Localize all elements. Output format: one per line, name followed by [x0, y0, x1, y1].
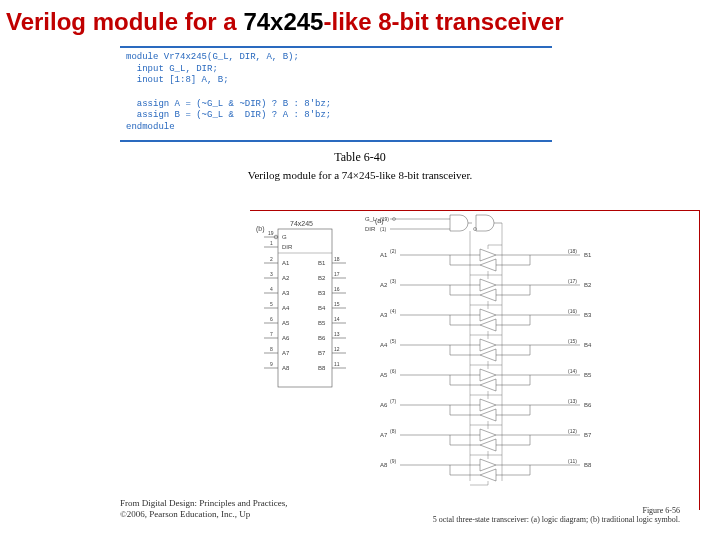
net-label: B3	[584, 312, 592, 318]
pin-num: (14)	[568, 368, 577, 374]
buffer-icon	[480, 369, 496, 381]
pin-num: 14	[334, 316, 340, 322]
pin-num: (19)	[380, 216, 389, 222]
pin-label: A8	[282, 365, 290, 371]
code-line: endmodule	[126, 122, 175, 132]
net-label: A8	[380, 462, 388, 468]
net-label: G_L	[365, 216, 377, 222]
code-line: module Vr74x245(G_L, DIR, A, B);	[126, 52, 299, 62]
pin-num: 15	[334, 301, 340, 307]
pin-label: A6	[282, 335, 290, 341]
net-label: A5	[380, 372, 388, 378]
transceiver-diagram: (b) 74x245 19 G 1 DIR 2A118B13A217B24A31…	[250, 211, 700, 511]
pin-label: A3	[282, 290, 290, 296]
pin-num: 7	[270, 331, 273, 337]
net-label: B4	[584, 342, 592, 348]
pin-label: B2	[318, 275, 326, 281]
net-label: DIR	[365, 226, 376, 232]
pin-num: (1)	[380, 226, 386, 232]
footer-line: ©2006, Pearson Education, Inc., Up	[120, 509, 287, 520]
net-label: B2	[584, 282, 592, 288]
buffer-icon	[480, 459, 496, 471]
figure-caption: Figure 6-56 5 octal three-state transcei…	[433, 506, 680, 524]
pin-num: 9	[270, 361, 273, 367]
pin-num: (6)	[390, 368, 396, 374]
buffer-icon	[480, 289, 496, 301]
footer-line: From Digital Design: Principles and Prac…	[120, 498, 287, 509]
pin-num: 11	[334, 361, 340, 367]
buffer-icon	[480, 429, 496, 441]
copyright-footer: From Digital Design: Principles and Prac…	[120, 498, 287, 520]
net-label: B1	[584, 252, 592, 258]
pin-num: (16)	[568, 308, 577, 314]
pin-label: A7	[282, 350, 290, 356]
table-number: Table 6-40	[0, 150, 720, 165]
pin-label: B8	[318, 365, 326, 371]
net-label: A4	[380, 342, 388, 348]
pin-num: (7)	[390, 398, 396, 404]
pin-num: 4	[270, 286, 273, 292]
buffer-icon	[480, 379, 496, 391]
code-line: assign B = (~G_L & DIR) ? A : 8'bz;	[126, 110, 331, 120]
pin-num: 8	[270, 346, 273, 352]
pin-num: 19	[268, 230, 274, 236]
pin-num: 16	[334, 286, 340, 292]
net-label: A2	[380, 282, 388, 288]
pin-num: (12)	[568, 428, 577, 434]
net-label: B8	[584, 462, 592, 468]
title-mid: 74x245	[243, 8, 323, 35]
pin-label: A5	[282, 320, 290, 326]
pin-num: 13	[334, 331, 340, 337]
part-num: 74x245	[290, 220, 313, 227]
pin-label: B6	[318, 335, 326, 341]
pin-num: (3)	[390, 278, 396, 284]
pin-label: DIR	[282, 244, 293, 250]
pin-label: B3	[318, 290, 326, 296]
title-post: -like 8-bit transceiver	[323, 8, 563, 35]
buffer-icon	[480, 249, 496, 261]
figure-text: 5 octal three-state transceiver: (a) log…	[433, 515, 680, 524]
pin-num: 12	[334, 346, 340, 352]
pin-num: 6	[270, 316, 273, 322]
pin-num: 3	[270, 271, 273, 277]
pin-num: (13)	[568, 398, 577, 404]
pin-num: (8)	[390, 428, 396, 434]
pin-label: B7	[318, 350, 326, 356]
pin-num: (9)	[390, 458, 396, 464]
pin-label: B4	[318, 305, 326, 311]
verilog-code-block: module Vr74x245(G_L, DIR, A, B); input G…	[120, 46, 552, 142]
buffer-icon	[480, 319, 496, 331]
net-label: B6	[584, 402, 592, 408]
net-label: A6	[380, 402, 388, 408]
pin-label: A2	[282, 275, 290, 281]
pin-num: 17	[334, 271, 340, 277]
buffer-icon	[480, 409, 496, 421]
code-line: assign A = (~G_L & ~DIR) ? B : 8'bz;	[126, 99, 331, 109]
pin-num: (2)	[390, 248, 396, 254]
pin-num: (4)	[390, 308, 396, 314]
title-pre: Verilog module for a	[6, 8, 243, 35]
pin-num: (18)	[568, 248, 577, 254]
code-line: inout [1:8] A, B;	[126, 75, 229, 85]
pin-num: 18	[334, 256, 340, 262]
pin-num: 5	[270, 301, 273, 307]
net-label: B7	[584, 432, 592, 438]
sub-label: (b)	[256, 225, 265, 233]
figure-number: Figure 6-56	[433, 506, 680, 515]
net-label: A1	[380, 252, 388, 258]
buffer-icon	[480, 399, 496, 411]
logic-symbol: (b) 74x245 19 G 1 DIR 2A118B13A217B24A31…	[256, 220, 346, 387]
buffer-icon	[480, 439, 496, 451]
pin-num: 2	[270, 256, 273, 262]
pin-num: 1	[270, 240, 273, 246]
net-label: A7	[380, 432, 388, 438]
buffer-icon	[480, 259, 496, 271]
pin-label: A1	[282, 260, 290, 266]
code-line: input G_L, DIR;	[126, 64, 218, 74]
pin-label: B1	[318, 260, 326, 266]
buffer-icon	[480, 279, 496, 291]
table-description: Verilog module for a 74×245-like 8-bit t…	[0, 169, 720, 181]
logic-diagram: (a) G_L (19) DIR (1) A1(2)B1(18)A2(3)B2(…	[365, 215, 592, 485]
net-label: B5	[584, 372, 592, 378]
buffer-icon	[480, 339, 496, 351]
